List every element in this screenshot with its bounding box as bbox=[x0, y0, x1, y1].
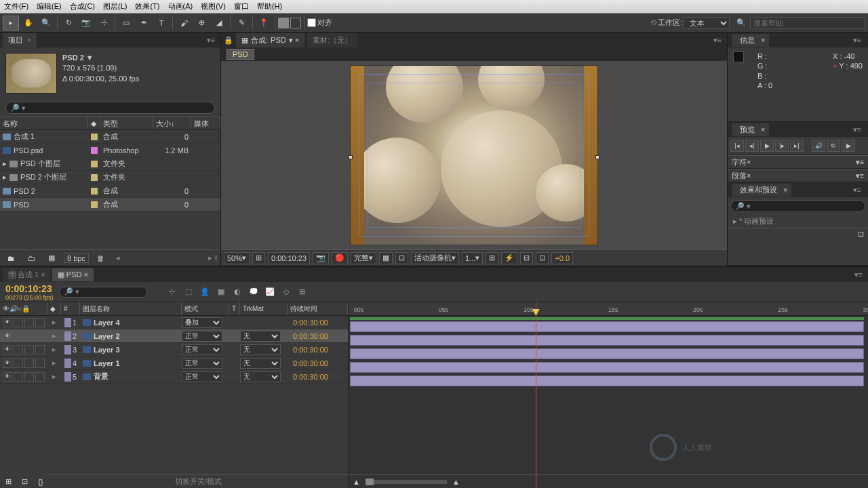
quality-select[interactable]: 完整 ▾ bbox=[351, 252, 376, 264]
layer-bar[interactable] bbox=[350, 321, 864, 332]
timeline-icon[interactable]: ⊟ bbox=[520, 252, 533, 264]
trash-icon[interactable]: 🗑 bbox=[93, 251, 109, 266]
zoom-select[interactable]: 50% ▾ bbox=[224, 252, 250, 264]
project-item[interactable]: ▸PSD 2 个图层 文件夹 bbox=[0, 171, 220, 184]
char-panel-header[interactable]: 字符 ×▾≡ bbox=[728, 155, 868, 169]
res-icon[interactable]: ⊞ bbox=[252, 252, 265, 264]
project-item[interactable]: PSD 2 合成 0 bbox=[0, 184, 220, 198]
camera-tool[interactable]: 📷 bbox=[78, 16, 94, 30]
brainstorm-icon[interactable]: 💭 bbox=[248, 286, 260, 298]
brush-tool[interactable]: 🖌 bbox=[176, 16, 192, 30]
col-trkmat[interactable]: TrkMat bbox=[240, 302, 288, 315]
help-search[interactable] bbox=[750, 17, 865, 29]
preview-tab[interactable]: 预览 × bbox=[732, 123, 769, 136]
interpret-icon[interactable]: 🖿 bbox=[3, 251, 19, 266]
layer-bar[interactable] bbox=[350, 335, 864, 346]
col-size[interactable]: 大小 ↓ bbox=[153, 117, 191, 129]
text-tool[interactable]: T bbox=[153, 16, 170, 30]
channel-icon[interactable]: 🔴 bbox=[332, 252, 348, 264]
comp-mini-icon[interactable]: ⊹ bbox=[166, 286, 178, 298]
timeline-layer[interactable]: 👁 ▸ 2 Layer 2 正常 无 0:00:30:00 bbox=[0, 329, 348, 343]
timeline-current-time[interactable]: 0:00:10:23 bbox=[5, 283, 54, 294]
audio-btn[interactable]: 🔊 bbox=[812, 140, 825, 152]
effects-item[interactable]: ▸ * 动画预设 bbox=[728, 215, 868, 228]
roto-tool[interactable]: ✎ bbox=[233, 16, 250, 30]
fill-color[interactable] bbox=[278, 18, 289, 28]
workspace-select[interactable]: 文本 bbox=[684, 17, 730, 29]
motion-blur-icon[interactable]: ◐ bbox=[231, 286, 243, 298]
views-select[interactable]: 1... ▾ bbox=[462, 252, 483, 264]
zoom-in-icon[interactable]: ▲ bbox=[452, 478, 460, 486]
project-item[interactable]: ▸PSD 个图层 文件夹 bbox=[0, 157, 220, 171]
comp-tab[interactable]: ▦ 合成: PSD ▾ × bbox=[236, 33, 304, 47]
work-area[interactable] bbox=[350, 317, 864, 320]
play-btn[interactable]: ▶ bbox=[760, 140, 774, 152]
selection-tool[interactable]: ▸ bbox=[3, 16, 19, 30]
eraser-tool[interactable]: ◢ bbox=[211, 16, 227, 30]
mask-icon[interactable]: ⊡ bbox=[395, 252, 408, 264]
pen-tool[interactable]: ✒ bbox=[136, 16, 152, 30]
project-item[interactable]: PSD.psd Photoshop 1.2 MB bbox=[0, 144, 220, 157]
toggle-switches[interactable]: 切换开关/模式 bbox=[49, 476, 348, 487]
effects-search[interactable]: 🔎 ▾ bbox=[730, 200, 865, 212]
menu-comp[interactable]: 合成(C) bbox=[70, 1, 95, 12]
menu-window[interactable]: 窗口 bbox=[234, 1, 249, 12]
align-checkbox[interactable] bbox=[307, 18, 316, 27]
col-mode[interactable]: 模式 bbox=[182, 302, 229, 315]
composition-viewer[interactable] bbox=[221, 61, 727, 249]
tl-btn3[interactable]: {} bbox=[33, 474, 49, 489]
col-type[interactable]: 类型 bbox=[100, 117, 153, 129]
prev-frame-btn[interactable]: ◂| bbox=[745, 140, 759, 152]
menu-file[interactable]: 文件(F) bbox=[4, 1, 28, 12]
project-tab[interactable]: 项目× bbox=[3, 33, 37, 47]
info-tab[interactable]: 信息 × bbox=[732, 34, 769, 47]
grid-icon[interactable]: ▦ bbox=[379, 252, 393, 264]
layer-bar[interactable] bbox=[350, 362, 864, 373]
snapshot-icon[interactable]: 📷 bbox=[313, 252, 329, 264]
zoom-tool[interactable]: 🔍 bbox=[38, 16, 54, 30]
timeline-search[interactable]: 🔎 ▾ bbox=[59, 287, 147, 298]
new-comp-icon[interactable]: ▦ bbox=[43, 251, 60, 266]
menu-view[interactable]: 视图(V) bbox=[201, 1, 226, 12]
px-icon[interactable]: ⊞ bbox=[486, 252, 498, 264]
first-frame-btn[interactable]: |◂ bbox=[730, 140, 744, 152]
close-icon[interactable]: × bbox=[27, 36, 31, 44]
stroke-color[interactable] bbox=[290, 18, 301, 28]
menu-help[interactable]: 帮助(H) bbox=[257, 1, 282, 12]
project-item[interactable]: PSD 合成 0 bbox=[0, 198, 220, 211]
exposure-value[interactable]: +0.0 bbox=[551, 252, 573, 264]
camera-select[interactable]: 活动摄像机 ▾ bbox=[411, 252, 459, 264]
effects-apply-icon[interactable]: ⊡ bbox=[728, 228, 868, 241]
menu-layer[interactable]: 图层(L) bbox=[103, 1, 127, 12]
time-display[interactable]: 0:00:10:23 bbox=[268, 252, 310, 264]
ram-btn[interactable]: ▶ bbox=[842, 140, 855, 152]
col-num[interactable]: # bbox=[61, 302, 80, 315]
project-search[interactable]: 🔎 ▾ bbox=[5, 102, 215, 114]
playhead[interactable] bbox=[536, 302, 536, 488]
project-item[interactable]: 合成 1 合成 0 bbox=[0, 130, 220, 144]
flowchart-icon[interactable]: ⊡ bbox=[536, 252, 549, 264]
panel-menu-icon[interactable]: ▾≡ bbox=[852, 270, 865, 279]
timeline-layer[interactable]: 👁 ▸ 5 背景 正常 无 0:00:30:00 bbox=[0, 370, 348, 384]
menu-effect[interactable]: 效果(T) bbox=[135, 1, 159, 12]
next-frame-btn[interactable]: |▸ bbox=[775, 140, 789, 152]
col-tag[interactable]: ◆ bbox=[88, 117, 100, 129]
timeline-tab-0[interactable]: ▦ 合成 1 × bbox=[3, 268, 51, 282]
rect-tool[interactable]: ▭ bbox=[118, 16, 134, 30]
footage-tab[interactable]: 素材:（无） bbox=[307, 33, 357, 47]
layer-bar[interactable] bbox=[350, 348, 864, 359]
col-duration[interactable]: 持续时间 bbox=[288, 302, 348, 315]
tl-btn2[interactable]: ⊡ bbox=[16, 474, 33, 489]
timeline-layer[interactable]: 👁 ▸ 4 Layer 1 正常 无 0:00:30:00 bbox=[0, 357, 348, 370]
new-folder-icon[interactable]: 🗀 bbox=[23, 251, 39, 266]
loop-btn[interactable]: ↻ bbox=[827, 140, 840, 152]
shy-icon[interactable]: 👤 bbox=[199, 286, 211, 298]
last-frame-btn[interactable]: ▸| bbox=[790, 140, 804, 152]
layer-bar[interactable] bbox=[350, 375, 864, 386]
col-layer-name[interactable]: 图层名称 bbox=[80, 302, 182, 315]
frame-blend-icon[interactable]: ▦ bbox=[215, 286, 227, 298]
comp-subtab[interactable]: PSD bbox=[226, 49, 254, 60]
fast-icon[interactable]: ⚡ bbox=[501, 252, 517, 264]
panel-menu-icon[interactable]: ▾≡ bbox=[711, 36, 724, 45]
zoom-out-icon[interactable]: ▲ bbox=[353, 478, 360, 486]
